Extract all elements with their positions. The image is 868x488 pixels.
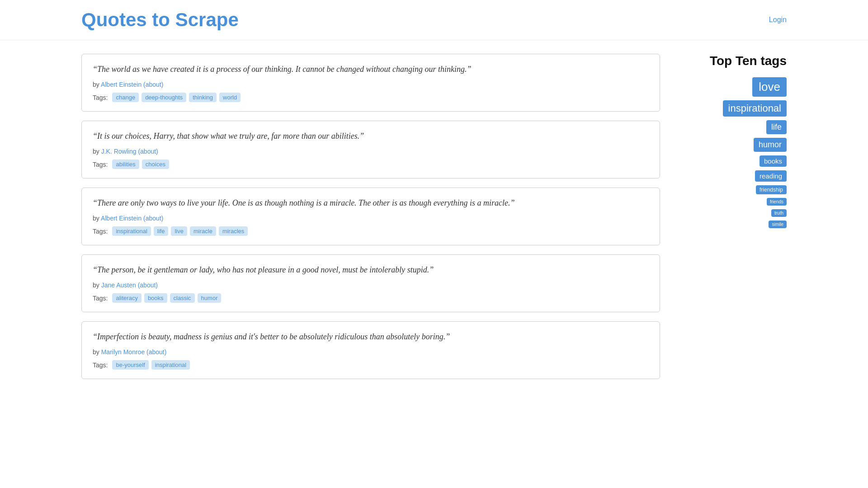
quotes-section: “The world as we have created it is a pr… bbox=[81, 54, 660, 379]
top-tag[interactable]: friendship bbox=[756, 185, 787, 194]
tag-badge[interactable]: books bbox=[144, 293, 167, 303]
tag-badge[interactable]: thinking bbox=[189, 93, 217, 102]
sidebar: Top Ten tags loveinspirationallifehumorb… bbox=[687, 54, 787, 379]
tags-label: Tags: bbox=[93, 361, 108, 369]
quote-text: “There are only two ways to live your li… bbox=[93, 197, 649, 209]
tags-line: Tags:changedeep-thoughtsthinkingworld bbox=[93, 93, 649, 102]
quote-author: by Albert Einstein (about) bbox=[93, 81, 649, 88]
about-link[interactable]: (about) bbox=[138, 282, 158, 289]
tag-badge[interactable]: world bbox=[219, 93, 241, 102]
tags-label: Tags: bbox=[93, 228, 108, 235]
login-link[interactable]: Login bbox=[769, 16, 787, 24]
quote-text: “It is our choices, Harry, that show wha… bbox=[93, 130, 649, 142]
quote-text: “The person, be it gentleman or lady, wh… bbox=[93, 264, 649, 276]
tags-line: Tags:aliteracybooksclassichumor bbox=[93, 293, 649, 303]
about-link[interactable]: (about) bbox=[138, 148, 158, 155]
quote-card: “The person, be it gentleman or lady, wh… bbox=[81, 254, 660, 312]
tags-label: Tags: bbox=[93, 295, 108, 302]
author-link[interactable]: Marilyn Monroe bbox=[101, 348, 145, 356]
quote-author: by Albert Einstein (about) bbox=[93, 215, 649, 222]
tags-label: Tags: bbox=[93, 94, 108, 101]
tag-badge[interactable]: deep-thoughts bbox=[142, 93, 186, 102]
top-tag[interactable]: love bbox=[752, 77, 787, 97]
tag-badge[interactable]: be-yourself bbox=[112, 360, 148, 370]
author-link[interactable]: Jane Austen bbox=[101, 282, 136, 289]
tag-badge[interactable]: inspirational bbox=[151, 360, 190, 370]
site-title: Quotes to Scrape bbox=[81, 9, 239, 31]
tag-badge[interactable]: abilities bbox=[112, 160, 139, 169]
author-link[interactable]: Albert Einstein bbox=[101, 81, 142, 88]
quote-text: “The world as we have created it is a pr… bbox=[93, 63, 649, 75]
tags-line: Tags:abilitieschoices bbox=[93, 160, 649, 169]
about-link[interactable]: (about) bbox=[143, 215, 163, 222]
top-tag[interactable]: simile bbox=[769, 221, 787, 228]
author-link[interactable]: Albert Einstein bbox=[101, 215, 142, 222]
quote-card: “It is our choices, Harry, that show wha… bbox=[81, 121, 660, 178]
tags-line: Tags:be-yourselfinspirational bbox=[93, 360, 649, 370]
tag-badge[interactable]: choices bbox=[142, 160, 169, 169]
quote-card: “The world as we have created it is a pr… bbox=[81, 54, 660, 112]
tag-badge[interactable]: humor bbox=[198, 293, 222, 303]
tag-badge[interactable]: miracle bbox=[190, 226, 216, 236]
quote-author: by J.K. Rowling (about) bbox=[93, 148, 649, 155]
quote-card: “There are only two ways to live your li… bbox=[81, 188, 660, 245]
quote-text: “Imperfection is beauty, madness is geni… bbox=[93, 331, 649, 343]
quote-card: “Imperfection is beauty, madness is geni… bbox=[81, 321, 660, 379]
top-tags-list: loveinspirationallifehumorbooksreadingfr… bbox=[687, 77, 787, 228]
top-tag[interactable]: humor bbox=[754, 138, 787, 152]
top-tag[interactable]: friends bbox=[767, 198, 787, 206]
top-tag[interactable]: truth bbox=[771, 209, 787, 217]
tags-label: Tags: bbox=[93, 161, 108, 168]
tag-badge[interactable]: life bbox=[154, 226, 169, 236]
top-tag[interactable]: life bbox=[766, 120, 787, 134]
tag-badge[interactable]: aliteracy bbox=[112, 293, 141, 303]
top-tag[interactable]: inspirational bbox=[723, 100, 787, 117]
top-tag[interactable]: reading bbox=[755, 170, 787, 182]
author-link[interactable]: J.K. Rowling bbox=[101, 148, 137, 155]
quote-author: by Jane Austen (about) bbox=[93, 282, 649, 289]
tag-badge[interactable]: inspirational bbox=[112, 226, 151, 236]
about-link[interactable]: (about) bbox=[146, 348, 166, 356]
tag-badge[interactable]: live bbox=[171, 226, 187, 236]
top-ten-tags-title: Top Ten tags bbox=[687, 54, 787, 68]
about-link[interactable]: (about) bbox=[143, 81, 163, 88]
tag-badge[interactable]: miracles bbox=[219, 226, 248, 236]
tag-badge[interactable]: change bbox=[112, 93, 139, 102]
tag-badge[interactable]: classic bbox=[170, 293, 195, 303]
quote-author: by Marilyn Monroe (about) bbox=[93, 348, 649, 356]
top-tag[interactable]: books bbox=[760, 155, 787, 167]
tags-line: Tags:inspirationallifelivemiraclemiracle… bbox=[93, 226, 649, 236]
